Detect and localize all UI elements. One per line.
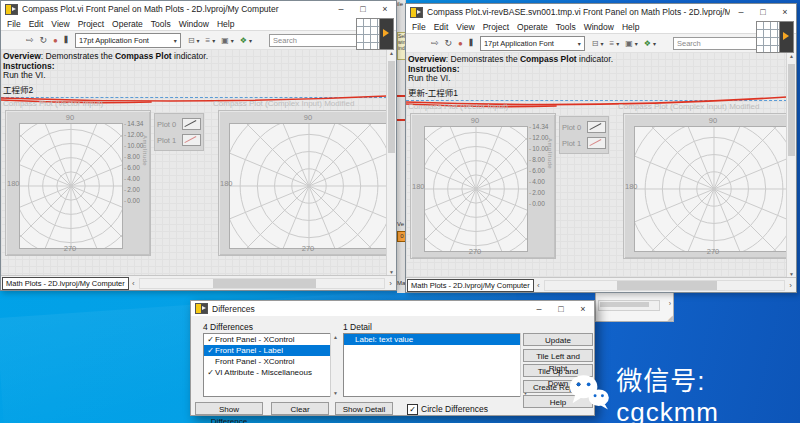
window-title: Compass Plot.vi-revBASE.svn001.tmp.vi Fr…	[427, 7, 730, 17]
scroll-right-icon[interactable]: ›	[786, 281, 795, 290]
legend-item[interactable]: Plot 0	[157, 116, 201, 132]
difference-row[interactable]: ✓Front Panel - Label	[204, 345, 338, 356]
legend-item[interactable]: Plot 0	[562, 119, 606, 135]
close-icon[interactable]: ×	[774, 4, 796, 20]
circle-differences-label: Circle Differences	[421, 404, 488, 414]
check-icon: ✓	[206, 367, 215, 378]
show-detail-button[interactable]: Show Detail	[335, 402, 393, 415]
menu-item[interactable]: Window	[580, 22, 618, 32]
scroll-right-icon[interactable]: ›	[669, 300, 671, 307]
list-scrollbar[interactable]: ▲▼	[330, 333, 340, 397]
angle-270-label: 270	[634, 247, 787, 256]
scroll-right-icon[interactable]: ›	[386, 279, 395, 288]
horizontal-scrollbar[interactable]	[139, 278, 385, 289]
dialog-button[interactable]: Update	[523, 333, 593, 346]
menu-item[interactable]: Project	[479, 22, 513, 32]
show-difference-button[interactable]: Show Difference	[195, 402, 263, 415]
vertical-scrollbar[interactable]: ▲ ▼	[786, 52, 796, 278]
run-icon[interactable]: ⇨	[26, 31, 34, 50]
resize-objects-menu[interactable]: ▣▾	[625, 39, 638, 48]
menu-item[interactable]: View	[47, 19, 73, 29]
align-objects-menu[interactable]: ⊟▾	[592, 39, 604, 48]
status-tab[interactable]: Math Plots - 2D.lvproj/My Computer	[2, 277, 129, 290]
scroll-left-icon[interactable]: ‹	[534, 281, 543, 290]
minimize-icon[interactable]: –	[730, 4, 752, 20]
resize-grip-icon[interactable]: ◢	[668, 314, 673, 321]
abort-icon[interactable]: ●	[458, 34, 463, 53]
menu-item[interactable]: Help	[618, 22, 643, 32]
search-input[interactable]	[673, 37, 765, 50]
search-input[interactable]	[269, 34, 361, 47]
scroll-up-icon: ▲	[331, 333, 340, 341]
horizontal-scrollbar[interactable]	[544, 280, 785, 291]
clear-button[interactable]: Clear	[271, 402, 329, 415]
maximize-icon[interactable]: □	[550, 301, 572, 317]
free-label[interactable]: 更新-工程师1	[408, 86, 458, 98]
close-icon[interactable]: ×	[572, 301, 594, 317]
detail-row[interactable]: Label: text value	[344, 334, 528, 345]
scale-tick: 0.00	[124, 197, 143, 204]
background-window-bottom: › ◢	[595, 292, 674, 322]
resize-objects-menu[interactable]: ▣▾	[221, 36, 234, 45]
font-selector[interactable]: 17pt Application Font▾	[480, 36, 585, 51]
menu-item[interactable]: Project	[74, 19, 108, 29]
scale-tick: 4.00	[529, 178, 548, 185]
legend-item[interactable]: Plot 1	[157, 132, 201, 148]
circle-differences-checkbox[interactable]: ✓	[407, 404, 418, 415]
run-icon[interactable]: ⇨	[431, 34, 439, 53]
compass-plot-vector: 90 180 270 14.3412.0010.008.006.004.002.…	[5, 110, 151, 256]
pause-icon[interactable]: Ⅱ	[64, 31, 68, 50]
panel-grid-tile	[756, 21, 794, 53]
menu-item[interactable]: File	[3, 19, 25, 29]
reorder-menu[interactable]: ❖▾	[240, 36, 252, 45]
scroll-left-icon[interactable]: ‹	[129, 279, 138, 288]
difference-row[interactable]: ✓Front Panel - XControl	[204, 334, 338, 345]
menu-item[interactable]: Operate	[513, 22, 552, 32]
menu-item[interactable]: File	[408, 22, 430, 32]
compass-plot-complex: 90 180 270	[623, 113, 787, 259]
menu-item[interactable]: Edit	[430, 22, 453, 32]
angle-90-label: 90	[424, 116, 526, 125]
difference-row[interactable]: Front Panel - XControl	[204, 356, 338, 367]
difference-row[interactable]: ✓VI Attribute - Miscellaneous	[204, 367, 338, 378]
menu-item[interactable]: Help	[213, 19, 238, 29]
run-continuous-icon[interactable]: ↻	[40, 31, 48, 50]
menu-item[interactable]: Window	[175, 19, 213, 29]
maximize-icon[interactable]: □	[352, 1, 374, 17]
legend-item[interactable]: Plot 1	[562, 135, 606, 151]
menu-item[interactable]: Tools	[147, 19, 175, 29]
menubar: FileEditViewProjectOperateToolsWindowHel…	[406, 20, 796, 34]
grid-icon	[357, 19, 379, 49]
plot-legend: Plot 0Plot 1	[154, 113, 204, 151]
menu-item[interactable]: View	[452, 22, 478, 32]
chevron-down-icon: ▾	[174, 37, 177, 44]
amplitude-scale: 14.3412.0010.008.006.004.002.000.00	[124, 120, 143, 204]
scale-tick: 4.00	[124, 175, 143, 182]
minimize-icon[interactable]: –	[330, 1, 352, 17]
free-label[interactable]: 工程师2	[3, 83, 33, 95]
distribute-objects-icon: ≡	[206, 36, 211, 45]
maximize-icon[interactable]: □	[752, 4, 774, 20]
status-tab[interactable]: Math Plots - 2D.lvproj/My Computer	[407, 279, 534, 292]
font-selector[interactable]: 17pt Application Font▾	[75, 33, 181, 48]
menu-item[interactable]: Edit	[25, 19, 48, 29]
run-text: Run the VI.	[408, 73, 451, 83]
dialog-bottom-row: Show Difference Clear Show Detail ✓ Circ…	[191, 402, 594, 416]
distribute-objects-menu[interactable]: ≡▾	[610, 39, 620, 48]
menu-item[interactable]: Operate	[108, 19, 147, 29]
labview-logo-icon	[779, 22, 793, 52]
run-continuous-icon[interactable]: ↻	[445, 34, 453, 53]
reorder-icon: ❖	[644, 39, 651, 48]
pause-icon[interactable]: Ⅱ	[469, 34, 473, 53]
close-icon[interactable]: ×	[374, 1, 396, 17]
abort-icon[interactable]: ●	[53, 31, 58, 50]
vi-window-right: Compass Plot.vi-revBASE.svn001.tmp.vi Fr…	[405, 3, 797, 293]
menu-item[interactable]: Tools	[552, 22, 580, 32]
align-objects-menu[interactable]: ⊟▾	[188, 36, 200, 45]
bg-horizontal-scrollbar[interactable]	[598, 300, 660, 311]
distribute-objects-menu[interactable]: ≡▾	[206, 36, 216, 45]
reorder-menu[interactable]: ❖▾	[644, 39, 656, 48]
overview-text: Overview: Demonstrates the Compass Plot …	[3, 51, 208, 61]
vertical-scrollbar[interactable]: ▲ ▼	[386, 49, 396, 276]
minimize-icon[interactable]: –	[528, 301, 550, 317]
